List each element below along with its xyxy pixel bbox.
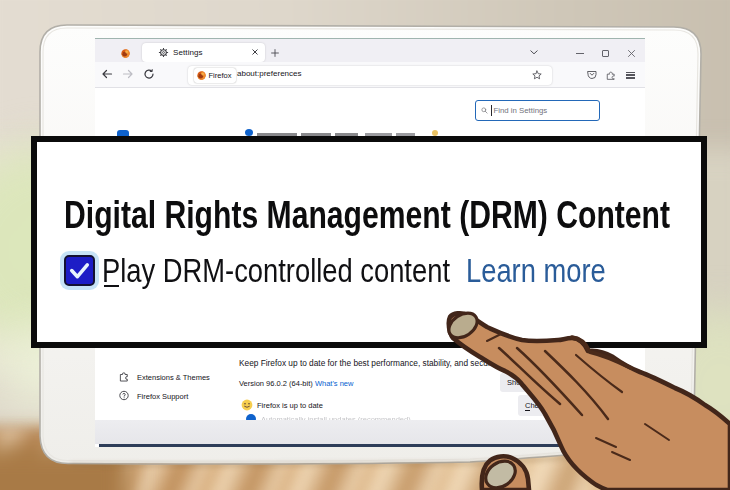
- pointing-hand: [0, 0, 730, 490]
